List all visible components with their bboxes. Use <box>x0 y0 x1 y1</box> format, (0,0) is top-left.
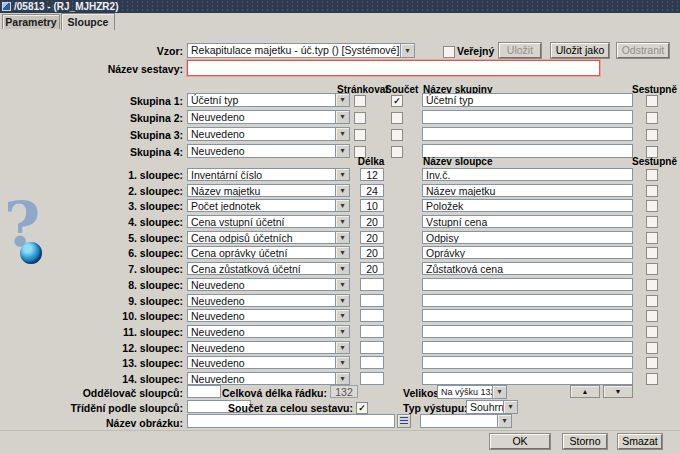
sestupne-checkbox[interactable] <box>646 112 658 124</box>
column-type-select[interactable]: Neuvedeno <box>187 278 350 291</box>
save-as-button[interactable]: Uložit jako <box>551 43 609 58</box>
title-bar[interactable]: /05813 - (RJ_MJHZR2) <box>0 0 680 13</box>
smazat-button[interactable]: Smazat <box>618 434 662 449</box>
group-value: Neuvedeno <box>188 111 335 123</box>
sestupne-checkbox[interactable] <box>646 129 658 141</box>
tab-parametry[interactable]: Parametry <box>2 14 60 29</box>
column-length-input[interactable] <box>360 341 384 354</box>
column-title-input[interactable] <box>422 372 633 385</box>
column-length-input[interactable]: 20 <box>360 262 384 275</box>
column-length-input[interactable]: 10 <box>360 199 384 212</box>
column-type-select[interactable]: Cena odpisů účetních <box>187 231 350 244</box>
column-title-input[interactable]: Vstupní cena <box>422 215 633 228</box>
column-length-input[interactable] <box>360 325 384 338</box>
delete-template-button[interactable]: Odstranit <box>617 43 669 58</box>
column-title-input[interactable]: Inv.č. <box>422 168 633 181</box>
move-up-button[interactable]: ▲ <box>570 385 600 398</box>
sestupne-checkbox[interactable] <box>646 185 658 197</box>
group-select[interactable]: Neuvedeno <box>187 127 350 141</box>
column-title-input[interactable] <box>422 356 633 369</box>
soucet-checkbox[interactable] <box>391 112 403 124</box>
column-length-input[interactable] <box>360 294 384 307</box>
chevron-down-icon <box>335 263 349 274</box>
column-length-input[interactable]: 20 <box>360 215 384 228</box>
sestupne-checkbox[interactable] <box>646 232 658 244</box>
column-title-input[interactable] <box>422 309 633 322</box>
vzor-select[interactable]: Rekapitulace majetku - úč.typ () [Systém… <box>187 43 415 58</box>
group-select[interactable]: Neuvedeno <box>187 110 350 124</box>
column-title-input[interactable]: Název majetku <box>422 184 633 197</box>
column-type-select[interactable]: Cena oprávky účetní <box>187 246 350 259</box>
sestupne-checkbox[interactable] <box>646 326 658 338</box>
group-value: Neuvedeno <box>188 128 335 140</box>
help-question-icon: ? <box>4 196 58 268</box>
sestupne-checkbox[interactable] <box>646 95 658 107</box>
sestupne-checkbox[interactable] <box>646 295 658 307</box>
column-type-select[interactable]: Inventární číslo <box>187 168 350 181</box>
column-type-select[interactable]: Název majetku <box>187 184 350 197</box>
column-title-input[interactable] <box>422 325 633 338</box>
column-length-input[interactable]: 20 <box>360 231 384 244</box>
tab-sloupce[interactable]: Sloupce <box>61 13 115 30</box>
column-length-input[interactable] <box>360 356 384 369</box>
sestupne-checkbox[interactable] <box>646 216 658 228</box>
column-length-input[interactable]: 12 <box>360 168 384 181</box>
column-type-select[interactable]: Neuvedeno <box>187 341 350 354</box>
sestupne-checkbox[interactable] <box>646 263 658 275</box>
typ-vystupu-select[interactable]: Souhrn <box>466 400 518 414</box>
column-type-select[interactable]: Počet jednotek <box>187 199 350 212</box>
ok-button[interactable]: OK <box>490 434 550 449</box>
column-type-select[interactable]: Neuvedeno <box>187 372 350 385</box>
nazev-obrazku-input[interactable] <box>187 414 395 428</box>
group-select[interactable]: Účetní typ <box>187 93 350 107</box>
chevron-down-icon <box>335 247 349 258</box>
sestupne-checkbox[interactable] <box>646 200 658 212</box>
column-type-select[interactable]: Neuvedeno <box>187 325 350 338</box>
column-length-input[interactable] <box>360 372 384 385</box>
strankovat-checkbox[interactable] <box>354 112 366 124</box>
chevron-down-icon <box>335 185 349 196</box>
soucet-sestava-checkbox[interactable]: ✓ <box>356 402 368 414</box>
column-length-input[interactable] <box>360 309 384 322</box>
soucet-checkbox[interactable] <box>391 146 403 158</box>
sestupne-checkbox[interactable] <box>646 279 658 291</box>
move-down-button[interactable]: ▼ <box>603 385 633 398</box>
column-title-input[interactable]: Zůstatková cena <box>422 262 633 275</box>
velikost-select[interactable]: Na výšku 132 zn. <box>437 385 507 399</box>
browse-image-button[interactable] <box>397 414 411 428</box>
column-title-input[interactable]: Položek <box>422 199 633 212</box>
sestupne-checkbox[interactable] <box>646 310 658 322</box>
verejny-checkbox[interactable] <box>443 46 455 58</box>
column-title-input[interactable] <box>422 294 633 307</box>
column-length-input[interactable] <box>360 278 384 291</box>
report-name-input[interactable] <box>187 60 600 76</box>
group-name-input[interactable] <box>422 127 633 141</box>
column-title-input[interactable] <box>422 341 633 354</box>
sestupne-checkbox[interactable] <box>646 342 658 354</box>
image-select[interactable] <box>420 414 512 428</box>
group-name-input[interactable]: Účetní typ <box>422 93 633 107</box>
strankovat-checkbox[interactable] <box>354 129 366 141</box>
column-length-input[interactable]: 20 <box>360 246 384 259</box>
column-length-input[interactable]: 24 <box>360 184 384 197</box>
column-type-select[interactable]: Cena zůstatková účetní <box>187 262 350 275</box>
chevron-down-icon <box>335 310 349 321</box>
column-type-select[interactable]: Neuvedeno <box>187 294 350 307</box>
group-name-input[interactable] <box>422 110 633 124</box>
storno-button[interactable]: Storno <box>563 434 607 449</box>
column-type-select[interactable]: Neuvedeno <box>187 309 350 322</box>
sestupne-checkbox[interactable] <box>646 247 658 259</box>
column-title-input[interactable]: Oprávky <box>422 246 633 259</box>
sestupne-checkbox[interactable] <box>646 169 658 181</box>
column-type-select[interactable]: Neuvedeno <box>187 356 350 369</box>
soucet-checkbox[interactable]: ✓ <box>391 95 403 107</box>
save-button[interactable]: Uložit <box>499 43 541 58</box>
strankovat-checkbox[interactable] <box>354 95 366 107</box>
sestupne-checkbox[interactable] <box>646 357 658 369</box>
column-type-select[interactable]: Cena vstupní účetní <box>187 215 350 228</box>
group-select[interactable]: Neuvedeno <box>187 144 350 158</box>
column-title-input[interactable]: Odpisy <box>422 231 633 244</box>
column-title-input[interactable] <box>422 278 633 291</box>
soucet-checkbox[interactable] <box>391 129 403 141</box>
sestupne-checkbox[interactable] <box>646 373 658 385</box>
